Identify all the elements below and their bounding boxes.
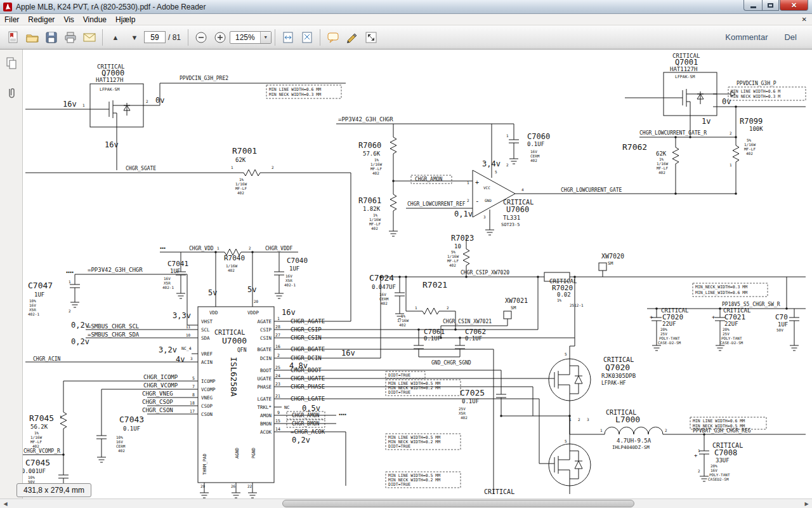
page-up-icon: ▲ <box>112 34 119 41</box>
schematic-label: =CHGR_ACOK <box>291 429 325 435</box>
open-recent-button[interactable] <box>4 28 23 47</box>
menu-rediger[interactable]: Rediger <box>23 15 59 25</box>
schematic-label: 14 <box>275 427 280 432</box>
schematic-label: 1% <box>239 177 244 182</box>
menu-vis[interactable]: Vis <box>59 15 78 25</box>
schematic-label: CHGR_CSIN_XW7021 <box>443 319 492 324</box>
schematic-label: CHGR_VCOMP_R <box>23 448 60 454</box>
menu-filer[interactable]: Filer <box>0 15 23 25</box>
scroll-right-icon[interactable]: ▶ <box>801 499 812 508</box>
schematic-label: U7000 <box>222 336 247 345</box>
schematic-label: 16V <box>116 439 123 444</box>
schematic-label: 9 <box>277 410 280 415</box>
schematic-label: HAT1127H <box>96 77 123 83</box>
schematic-label: 5 <box>192 376 195 381</box>
comment-tool-button[interactable] <box>324 28 343 47</box>
schematic-label: GND_CHGR_SGND <box>431 360 471 366</box>
schematic-label: 17 <box>190 409 195 414</box>
schematic-page: CRITICALQ7000HAT1127HLFPAK-SM16v0v16v12P… <box>23 50 812 498</box>
toolbar-separator <box>188 29 188 46</box>
kommentar-button[interactable]: Kommentar <box>725 32 768 42</box>
attachments-button[interactable] <box>3 85 20 102</box>
schematic-label: MF-LF <box>744 147 756 151</box>
maximize-button[interactable] <box>762 0 779 11</box>
schematic-label: 1/16W <box>397 318 409 323</box>
schematic-label: 1/16W <box>226 264 237 268</box>
scrollbar-thumb[interactable] <box>282 500 634 507</box>
schematic-label: CRITICAL <box>214 329 245 336</box>
schematic-label: C70 <box>775 313 788 321</box>
schematic-label: R7021 <box>422 280 447 290</box>
schematic-label: RJK0305DPB <box>601 373 636 379</box>
schematic-label: CHGR_AMON <box>415 177 443 182</box>
menu-bar: Filer Rediger Vis Vindue Hjælp ✕ <box>0 14 812 25</box>
schematic-label: AGND <box>235 448 240 458</box>
fullscreen-button[interactable] <box>362 28 381 47</box>
schematic-label: 16 <box>275 344 280 349</box>
schematic-label: MF-LF <box>30 439 42 444</box>
schematic-label: 29 <box>200 484 206 488</box>
del-button[interactable]: Del <box>784 32 797 42</box>
menu-close-icon[interactable]: ✕ <box>802 16 807 23</box>
horizontal-scrollbar[interactable]: ◀ ▶ <box>0 498 812 508</box>
schematic-label: CHGR_ICOMP <box>143 374 178 380</box>
schematic-label: 1 <box>698 448 700 453</box>
scroll-left-icon[interactable]: ◀ <box>0 499 11 508</box>
schematic-label: SM <box>608 261 613 266</box>
schematic-label: CHGR_LGATE <box>291 396 325 402</box>
schematic-label: PPVDCIN_G3H_P <box>737 81 776 86</box>
pages-icon <box>5 57 18 69</box>
zoom-out-button[interactable] <box>192 28 211 47</box>
schematic-label: 3 <box>190 356 193 361</box>
schematic-label: VDDP <box>247 310 259 316</box>
adobe-reader-icon <box>3 2 13 12</box>
next-page-button[interactable]: ▼ <box>125 28 144 47</box>
page-number-input[interactable] <box>144 31 166 43</box>
schematic-label: DIDT=TRUE <box>388 373 410 378</box>
schematic-label: 0,2v <box>71 321 89 330</box>
schematic-label: 0v <box>722 97 731 106</box>
schematic-label: =PP3V42_G3H_CHGR <box>88 267 143 273</box>
sign-tool-button[interactable] <box>343 28 362 47</box>
menu-vindue[interactable]: Vindue <box>79 15 111 25</box>
schematic-label: CERM <box>530 154 540 158</box>
page-dimensions-badge: 431,8 x 279,4 mm <box>16 483 91 497</box>
schematic-label: 1% <box>373 213 378 217</box>
minimize-button[interactable] <box>743 0 762 11</box>
schematic-label: 5 <box>495 170 497 174</box>
schematic-label: 402 <box>237 190 244 195</box>
close-button[interactable]: ✕ <box>780 0 808 11</box>
schematic-label: NC_4 <box>181 346 192 351</box>
open-button[interactable] <box>23 28 42 47</box>
page-thumbnails-button[interactable] <box>3 55 20 71</box>
zoom-level-dropdown[interactable]: 125% ▼ <box>230 31 272 44</box>
print-button[interactable] <box>61 28 80 47</box>
fit-page-button[interactable] <box>298 28 317 47</box>
schematic-label: 1/16W <box>369 217 381 222</box>
previous-page-button[interactable]: ▲ <box>106 28 125 47</box>
schematic-label: UGATE <box>257 376 272 382</box>
schematic-label: 10% <box>29 298 36 303</box>
zoom-in-button[interactable] <box>211 28 230 47</box>
schematic-label: SDA <box>201 335 210 341</box>
menu-hjaelp[interactable]: Hjælp <box>111 15 140 25</box>
save-button[interactable] <box>42 28 61 47</box>
schematic-label: C7008 <box>714 448 737 457</box>
schematic-label: CHGR_CSOP <box>142 399 173 405</box>
adobe-reader-window: Apple MLB, K24 PVT, rA (820-2530).pdf - … <box>0 0 812 508</box>
schematic-label: R7060 <box>358 141 381 150</box>
schematic-label: PP18V5_S5_CHGR_SW_R <box>722 302 780 307</box>
expand-arrows-icon <box>364 30 378 44</box>
schematic-label: 22UF <box>662 321 676 327</box>
fit-width-button[interactable] <box>278 28 298 47</box>
schematic-label: CHGR_CSON <box>142 407 173 413</box>
schematic-label: 25V <box>660 331 667 336</box>
minimize-icon <box>750 6 756 8</box>
schematic-label: 28 <box>275 324 280 330</box>
schematic-label: 27 <box>275 333 280 338</box>
email-button[interactable] <box>80 28 99 47</box>
schematic-label: MIN LINE WIDTH=0.6 MM <box>693 418 745 424</box>
schematic-label: 1 <box>415 305 417 310</box>
schematic-label: 0.1UF <box>123 425 140 432</box>
schematic-label: TRKL* <box>257 404 272 410</box>
